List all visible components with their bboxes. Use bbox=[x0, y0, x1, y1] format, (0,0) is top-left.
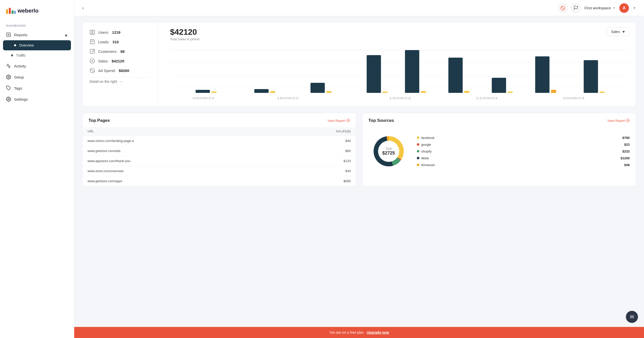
logo-text: weberlo bbox=[18, 8, 38, 14]
detail-link[interactable]: Detail on the right → bbox=[90, 77, 151, 84]
svg-line-19 bbox=[91, 69, 94, 72]
col-sales: Sales($) bbox=[272, 127, 356, 136]
overview-label: Overview bbox=[19, 43, 34, 47]
sources-view-report-icon bbox=[626, 119, 630, 122]
svg-text:20/08/23: 20/08/23 bbox=[562, 97, 584, 100]
sources-body: Total $2725 facebook $780 google $23 sho… bbox=[363, 127, 636, 175]
tags-label: Tags bbox=[14, 86, 22, 90]
leads-icon bbox=[90, 39, 95, 45]
svg-rect-31 bbox=[382, 92, 387, 93]
svg-rect-36 bbox=[492, 78, 506, 93]
svg-rect-24 bbox=[196, 90, 210, 93]
top-pages-title: Top Pages bbox=[89, 118, 110, 123]
page-url: www.getstore.com/ads bbox=[83, 146, 272, 156]
legend-name: facebook bbox=[421, 136, 435, 140]
chart-dropdown[interactable]: Sales ▼ bbox=[607, 27, 630, 36]
page-sales: $120 bbox=[272, 156, 356, 166]
table-row: www.sshoo.com/landing-page-a$40 bbox=[83, 136, 356, 146]
svg-rect-41 bbox=[599, 92, 605, 93]
bottom-row: Top Pages View Report URL Sales($) bbox=[82, 113, 636, 186]
page-url: www.sshoo.com/landing-page-a bbox=[83, 136, 272, 146]
settings-label: Settings bbox=[14, 97, 28, 101]
flag-icon[interactable] bbox=[571, 4, 580, 13]
notification-icon[interactable] bbox=[558, 4, 567, 13]
page-sales: $890 bbox=[272, 176, 356, 186]
svg-rect-9 bbox=[90, 30, 95, 34]
svg-rect-0 bbox=[7, 33, 11, 37]
sidebar-item-setup[interactable]: Setup bbox=[0, 71, 74, 83]
legend-dot bbox=[417, 164, 419, 166]
reports-icon bbox=[6, 32, 11, 37]
users-icon bbox=[90, 29, 95, 35]
top-pages-table: URL Sales($) www.sshoo.com/landing-page-… bbox=[83, 127, 356, 186]
upgrade-banner: You are on a free plan Upgrade now bbox=[74, 327, 644, 338]
legend-dot bbox=[417, 157, 419, 159]
sidebar-item-traffic[interactable]: Traffic bbox=[0, 50, 74, 60]
sidebar-item-settings[interactable]: Settings bbox=[0, 94, 74, 105]
workspace-name: First workspace bbox=[584, 6, 611, 10]
page-sales: $60 bbox=[272, 146, 356, 156]
svg-rect-40 bbox=[584, 60, 598, 93]
top-sources-view-report[interactable]: View Report bbox=[607, 119, 630, 123]
bar-chart-container: 20/09/23 18/09/23 13/09/23 11/09/23 20/0… bbox=[170, 45, 630, 101]
legend-value: $780 bbox=[622, 136, 630, 140]
legend-item: thrivecart $49 bbox=[417, 163, 630, 167]
top-sources-card: Top Sources View Report Total $2725 bbox=[362, 113, 636, 186]
top-pages-view-report[interactable]: View Report bbox=[328, 119, 350, 123]
legend-item: facebook $780 bbox=[417, 136, 630, 140]
adspend-icon bbox=[90, 68, 95, 73]
table-row: www.appstore.com/thank-you$120 bbox=[83, 156, 356, 166]
reports-chevron-icon: ▲ bbox=[64, 33, 68, 37]
legend-item: google $23 bbox=[417, 143, 630, 146]
sidebar-section-label: DASHBOARD bbox=[0, 22, 74, 29]
workspace-chevron-icon: ▼ bbox=[613, 7, 615, 9]
svg-rect-33 bbox=[421, 91, 426, 93]
sidebar-item-reports[interactable]: Reports ▲ bbox=[0, 29, 74, 40]
svg-text:20/09/23: 20/09/23 bbox=[192, 97, 214, 100]
adspend-value: $8260 bbox=[119, 68, 129, 73]
svg-text:11/09/23: 11/09/23 bbox=[476, 97, 498, 100]
stat-leads: Leads: 310 bbox=[90, 39, 151, 45]
sidebar: weberlo DASHBOARD Reports ▲ Overview Tra… bbox=[0, 0, 74, 338]
avatar-chevron-icon[interactable]: ▼ bbox=[633, 6, 636, 10]
logo: weberlo bbox=[0, 5, 74, 20]
chart-total: $42120 bbox=[170, 27, 199, 37]
legend-dot bbox=[417, 136, 419, 139]
table-row: www.getstore.com/apps$890 bbox=[83, 176, 356, 186]
settings-icon bbox=[6, 97, 11, 102]
chat-icon: ✉ bbox=[630, 314, 634, 320]
page-sales: $30 bbox=[272, 166, 356, 176]
leads-label: Leads: bbox=[98, 40, 109, 44]
legend-item: tiktok $1200 bbox=[417, 156, 630, 160]
users-label: Users: bbox=[98, 30, 109, 34]
tags-icon bbox=[6, 86, 11, 91]
traffic-label: Traffic bbox=[16, 53, 26, 57]
sources-legend: facebook $780 google $23 shopify $232 ti… bbox=[417, 136, 630, 167]
customers-icon bbox=[90, 49, 95, 54]
avatar[interactable]: A bbox=[619, 3, 629, 13]
legend-name: thrivecart bbox=[421, 163, 435, 167]
svg-rect-32 bbox=[405, 50, 419, 93]
leads-value: 310 bbox=[112, 40, 119, 44]
stat-customers: Customers: 89 bbox=[90, 49, 151, 54]
upgrade-link[interactable]: Upgrade now bbox=[367, 330, 389, 334]
svg-point-10 bbox=[92, 31, 93, 32]
chat-bubble[interactable]: ✉ bbox=[626, 311, 638, 323]
svg-rect-35 bbox=[464, 91, 469, 93]
table-row: www.getstore.com/ads$60 bbox=[83, 146, 356, 156]
back-button[interactable]: ‹ bbox=[82, 5, 84, 11]
sidebar-item-activity[interactable]: Activity bbox=[0, 60, 74, 71]
sidebar-item-overview[interactable]: Overview bbox=[3, 40, 71, 50]
users-value: 1219 bbox=[112, 30, 120, 34]
svg-point-5 bbox=[8, 99, 9, 100]
workspace-selector[interactable]: First workspace ▼ bbox=[584, 6, 615, 10]
activity-label: Activity bbox=[14, 64, 26, 68]
overview-dot bbox=[14, 44, 16, 46]
reports-label: Reports bbox=[14, 33, 27, 37]
sidebar-item-tags[interactable]: Tags bbox=[0, 83, 74, 94]
setup-icon bbox=[6, 74, 11, 80]
svg-rect-38 bbox=[535, 56, 549, 93]
main-content: ‹ First workspace ▼ A ▼ bbox=[74, 0, 644, 338]
svg-rect-34 bbox=[448, 58, 463, 93]
svg-text:18/09/23: 18/09/23 bbox=[276, 97, 298, 100]
